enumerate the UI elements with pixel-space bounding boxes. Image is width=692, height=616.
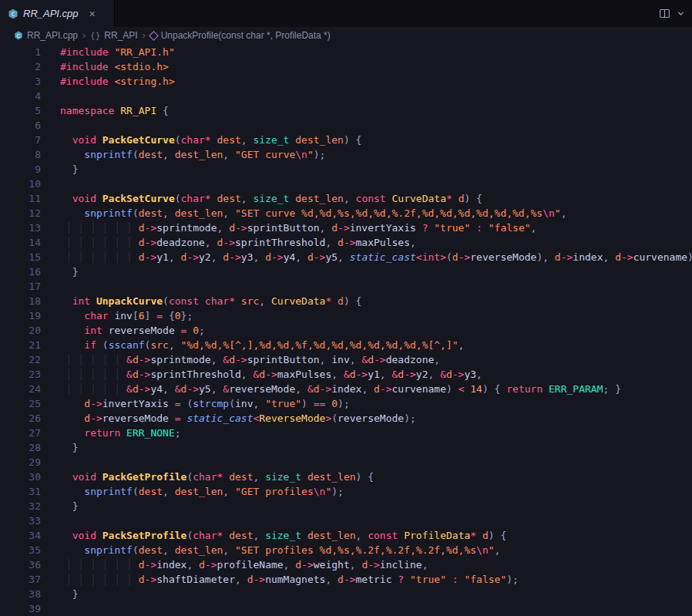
code-line[interactable]: 12 snprintf(dest, dest_len, "SET curve %…: [0, 206, 692, 220]
line-number[interactable]: 10: [0, 177, 41, 191]
code-line[interactable]: 3#include <string.h>: [0, 74, 692, 89]
code-area: 1#include "RR_API.h"2#include <stdio.h>3…: [0, 44, 692, 616]
code-line[interactable]: 2#include <stdio.h>: [0, 59, 692, 74]
line-number[interactable]: 14: [0, 235, 41, 250]
code-line[interactable]: 25 d->invertYaxis = (strcmp(inv, "true")…: [0, 396, 692, 411]
code-line[interactable]: 29: [0, 455, 692, 470]
line-number[interactable]: 24: [0, 382, 41, 396]
tab-rr-api-cpp[interactable]: C RR_API.cpp ×: [0, 0, 115, 27]
code-token: ProfileData: [404, 530, 470, 541]
line-number[interactable]: 27: [0, 426, 41, 440]
line-number[interactable]: 25: [0, 396, 41, 411]
code-line[interactable]: 11 void PackSetCurve(char* dest, size_t …: [0, 191, 692, 206]
code-line[interactable]: 13 │ │ │ │ │ │ d->sprintmode, d->sprintB…: [0, 220, 692, 235]
close-tab-icon[interactable]: ×: [89, 8, 96, 20]
line-number[interactable]: 5: [0, 103, 41, 118]
code-line[interactable]: 15 │ │ │ │ │ │ d->y1, d->y2, d->y3, d->y…: [0, 250, 692, 264]
code-line[interactable]: 1#include "RR_API.h": [0, 45, 692, 59]
line-number[interactable]: 7: [0, 133, 41, 147]
code-line[interactable]: 10: [0, 177, 692, 191]
code-line[interactable]: 4: [0, 89, 692, 103]
code-line[interactable]: 19 char inv[6] = {0};: [0, 308, 692, 323]
breadcrumb-file[interactable]: C RR_API.cpp: [14, 30, 78, 41]
line-number[interactable]: 4: [0, 89, 41, 103]
line-number[interactable]: 26: [0, 411, 41, 426]
line-number[interactable]: 13: [0, 220, 41, 235]
code-token: d: [331, 222, 338, 234]
code-line[interactable]: 31 snprintf(dest, dest_len, "GET profile…: [0, 484, 692, 499]
code-line[interactable]: 21 if (sscanf(src, "%d,%d,%[^,],%d,%d,%f…: [0, 338, 692, 352]
code-line[interactable]: 28 }: [0, 440, 692, 455]
code-line[interactable]: 7 void PackGetCurve(char* dest, size_t d…: [0, 133, 692, 147]
line-number[interactable]: 3: [0, 74, 41, 89]
code-line[interactable]: 14 │ │ │ │ │ │ d->deadzone, d->sprintThr…: [0, 235, 692, 250]
code-line[interactable]: 9 }: [0, 162, 692, 177]
code-token: ,: [163, 486, 175, 497]
code-line[interactable]: 8 snprintf(dest, dest_len, "GET curve\n"…: [0, 147, 692, 162]
line-number[interactable]: 38: [0, 587, 41, 601]
code-line[interactable]: 33: [0, 513, 692, 528]
code-token: dest: [217, 134, 241, 146]
code-token: reverseMode: [470, 251, 536, 263]
code-line[interactable]: 6: [0, 118, 692, 133]
line-number[interactable]: 28: [0, 440, 41, 455]
line-number[interactable]: 6: [0, 118, 41, 133]
line-number[interactable]: 8: [0, 147, 41, 162]
line-number[interactable]: 22: [0, 352, 41, 367]
line-number[interactable]: 9: [0, 162, 41, 177]
code-line[interactable]: 37 │ │ │ │ │ │ d->shaftDiameter, d->numM…: [0, 572, 692, 587]
code-line[interactable]: 35 snprintf(dest, dest_len, "SET profile…: [0, 543, 692, 557]
code-line[interactable]: 22 │ │ │ │ │ &d->sprintmode, &d->sprintB…: [0, 352, 692, 367]
code-line[interactable]: 30 void PackGetProfile(char* dest, size_…: [0, 470, 692, 484]
code-line[interactable]: 39: [0, 601, 692, 616]
line-number[interactable]: 36: [0, 557, 41, 572]
line-number[interactable]: 35: [0, 543, 41, 557]
line-number[interactable]: 12: [0, 206, 41, 220]
code-line[interactable]: 5namespace RR_API {: [0, 103, 692, 118]
line-number[interactable]: 23: [0, 367, 41, 382]
line-number[interactable]: 21: [0, 338, 41, 352]
code-line[interactable]: 34 void PackSetProfile(char* dest, size_…: [0, 528, 692, 543]
line-number[interactable]: 11: [0, 191, 41, 206]
breadcrumb-namespace[interactable]: {} RR_API: [90, 30, 138, 41]
code-line[interactable]: 17: [0, 279, 692, 294]
line-number[interactable]: 1: [0, 45, 41, 59]
code-token: const: [368, 530, 404, 541]
code-line[interactable]: 23 │ │ │ │ │ &d->sprintThreshold, &d->ma…: [0, 367, 692, 382]
more-actions-chevron-icon[interactable]: [676, 8, 686, 19]
code-line[interactable]: 36 │ │ │ │ │ │ d->index, d->profileName,…: [0, 557, 692, 572]
code-token: void: [72, 471, 102, 483]
line-number[interactable]: 33: [0, 513, 41, 528]
code-line[interactable]: 27 return ERR_NONE;: [0, 426, 692, 440]
line-number[interactable]: 15: [0, 250, 41, 264]
line-number[interactable]: 18: [0, 294, 41, 308]
line-number[interactable]: 20: [0, 323, 41, 338]
code-line[interactable]: 38 }: [0, 587, 692, 601]
code-line[interactable]: 18 int UnpackCurve(const char* src, Curv…: [0, 294, 692, 308]
line-number[interactable]: 17: [0, 279, 41, 294]
code-line[interactable]: 26 d->reverseMode = static_cast<ReverseM…: [0, 411, 692, 426]
code-line[interactable]: 16 }: [0, 264, 692, 279]
line-number[interactable]: 37: [0, 572, 41, 587]
line-number[interactable]: 34: [0, 528, 41, 543]
code-token: ->: [145, 222, 157, 234]
line-number[interactable]: 32: [0, 499, 41, 513]
code-line[interactable]: 24 │ │ │ │ │ &d->y4, &d->y5, &reverseMod…: [0, 382, 692, 396]
code-token: ,: [223, 207, 235, 219]
code-token: ": [489, 544, 495, 556]
line-number[interactable]: 16: [0, 264, 41, 279]
code-token: *: [325, 295, 338, 307]
code-token: ,: [235, 574, 247, 585]
line-number[interactable]: 39: [0, 601, 41, 616]
breadcrumb-symbol[interactable]: UnpackProfile(const char *, ProfileData …: [150, 30, 331, 41]
line-number[interactable]: 29: [0, 455, 41, 470]
code-token: [60, 310, 84, 321]
code-token: int: [72, 295, 96, 307]
line-number[interactable]: 30: [0, 470, 41, 484]
line-number[interactable]: 19: [0, 308, 41, 323]
code-line[interactable]: 32 }: [0, 499, 692, 513]
split-editor-icon[interactable]: [659, 8, 670, 19]
code-line[interactable]: 20 int reverseMode = 0;: [0, 323, 692, 338]
line-number[interactable]: 31: [0, 484, 41, 499]
line-number[interactable]: 2: [0, 59, 41, 74]
